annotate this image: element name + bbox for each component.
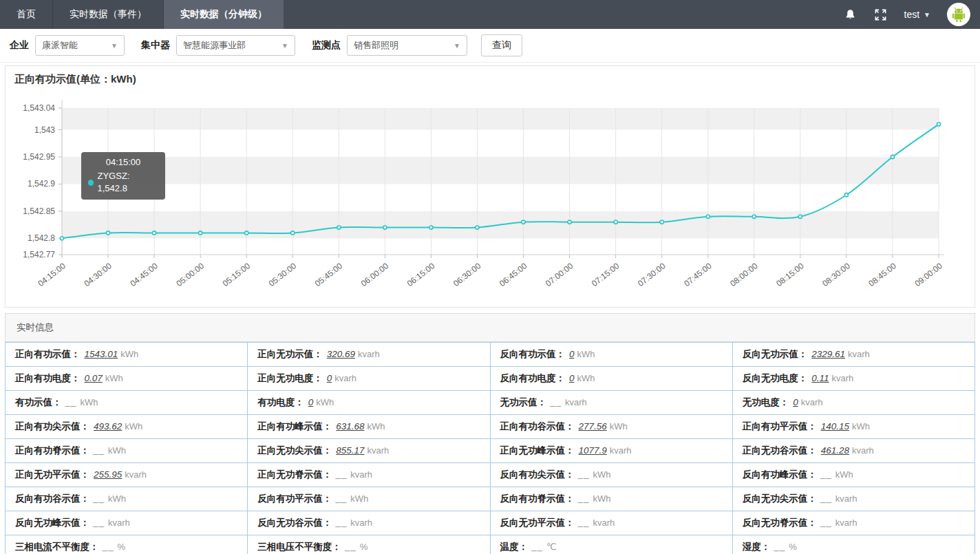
metric-label: 正向有功尖示值：: [15, 421, 89, 432]
metric-cell: 正向有功脊示值：__kWh: [6, 439, 248, 463]
data-point[interactable]: [614, 220, 617, 224]
metric-unit: kWh: [125, 421, 142, 432]
metric-value[interactable]: 0.11: [811, 373, 829, 383]
enterprise-select[interactable]: 康派智能 ▼: [35, 35, 125, 56]
y-tick-label: 1,542.95: [23, 152, 55, 162]
page: 首页 实时数据（事件） 实时数据（分钟级） test ▼: [0, 0, 980, 554]
table-row: 反向无功峰示值：__kvarh反向无功谷示值：__kvarh反向无功平示值：__…: [6, 511, 975, 535]
metric-cell: 反向有功谷示值：__kWh: [6, 487, 248, 511]
metric-value[interactable]: 0: [569, 373, 575, 383]
metric-value[interactable]: 0: [327, 373, 332, 383]
data-point[interactable]: [383, 226, 387, 229]
metric-cell: 反向无功示值：2329.61kvarh: [732, 343, 974, 367]
metric-unit: kWh: [835, 469, 853, 480]
monitor-point-selected-value: 销售部照明: [354, 39, 398, 52]
metric-value[interactable]: 0.07: [85, 373, 103, 383]
x-axis-labels: 04:15:0004:30:0004:45:0005:00:0005:15:00…: [36, 261, 944, 288]
metric-value: __: [103, 542, 115, 552]
metric-value[interactable]: 461.28: [821, 445, 849, 456]
x-tick-label: 05:30:00: [267, 261, 299, 288]
metric-unit: kWh: [108, 493, 126, 504]
metric-value: __: [94, 493, 105, 504]
data-point[interactable]: [798, 215, 802, 218]
tab-home[interactable]: 首页: [0, 0, 53, 29]
metric-value[interactable]: 0: [793, 397, 798, 407]
metric-unit: kvarh: [832, 373, 854, 383]
metric-value: __: [774, 542, 786, 552]
user-menu[interactable]: test ▼: [904, 9, 930, 20]
tab-realtime-event[interactable]: 实时数据（事件）: [53, 0, 164, 29]
metric-value[interactable]: 1543.01: [85, 349, 118, 359]
metric-cell: 正向有功电度：0.07kWh: [6, 367, 248, 391]
data-point[interactable]: [522, 220, 525, 224]
caret-down-icon: ▼: [924, 11, 930, 19]
data-point[interactable]: [106, 231, 109, 235]
metric-value: __: [94, 445, 105, 456]
data-point[interactable]: [291, 231, 295, 235]
metric-value[interactable]: 140.15: [821, 421, 849, 432]
data-point[interactable]: [937, 122, 940, 126]
x-tick-label: 07:00:00: [544, 261, 575, 288]
data-point[interactable]: [844, 193, 848, 197]
y-axis-labels: 1,542.771,542.81,542.851,542.91,542.951,…: [23, 103, 62, 259]
metric-value[interactable]: 277.56: [579, 421, 607, 432]
x-tick-label: 09:00:00: [913, 261, 944, 288]
metric-value[interactable]: 2329.61: [811, 349, 845, 359]
data-point[interactable]: [706, 215, 710, 218]
metric-unit: kvarh: [358, 349, 380, 359]
avatar[interactable]: [947, 3, 970, 26]
metric-value[interactable]: 493.62: [94, 421, 122, 432]
metric-value[interactable]: 0: [308, 397, 314, 407]
metric-value[interactable]: 855.17: [336, 445, 364, 456]
metric-label: 正向无功平示值：: [15, 469, 89, 480]
bell-icon[interactable]: [844, 8, 858, 21]
metric-value[interactable]: 631.68: [336, 421, 364, 432]
data-point[interactable]: [752, 215, 756, 218]
metric-label: 有功示值：: [15, 397, 62, 407]
metric-label: 反向无功尖示值：: [743, 493, 817, 504]
metric-unit: kvarh: [801, 397, 823, 407]
metric-label: 反向无功谷示值：: [257, 518, 332, 528]
metric-label: 正向无功电度：: [257, 373, 323, 383]
metric-cell: 反向无功脊示值：__kvarh: [732, 511, 974, 535]
y-tick-label: 1,542.8: [28, 233, 55, 243]
data-point[interactable]: [199, 231, 202, 235]
metric-unit: kvarh: [108, 518, 130, 528]
data-point[interactable]: [153, 231, 156, 235]
metric-value[interactable]: 255.95: [94, 469, 122, 480]
data-point[interactable]: [245, 231, 248, 235]
metric-label: 反向无功脊示值：: [743, 518, 817, 528]
data-point[interactable]: [476, 226, 479, 229]
data-point[interactable]: [429, 226, 433, 229]
x-tick-label: 08:45:00: [866, 261, 898, 288]
monitor-point-label: 监测点: [312, 39, 341, 52]
data-point[interactable]: [660, 220, 663, 224]
data-point[interactable]: [337, 226, 341, 229]
data-point[interactable]: [891, 155, 894, 158]
metric-cell: 反向有功峰示值：__kWh: [732, 463, 974, 487]
metric-value: __: [345, 542, 357, 552]
fullscreen-icon[interactable]: [874, 8, 888, 21]
metric-label: 正向有功谷示值：: [500, 421, 575, 432]
line-chart[interactable]: 1,542.771,542.81,542.851,542.91,542.951,…: [6, 87, 973, 298]
metric-unit: kWh: [577, 349, 595, 359]
metric-label: 三相电压不平衡度：: [257, 542, 341, 552]
metric-value[interactable]: 1077.9: [579, 445, 607, 456]
y-tick-label: 1,542.77: [23, 250, 55, 259]
metric-value[interactable]: 320.69: [327, 349, 355, 359]
x-tick-label: 07:30:00: [636, 261, 668, 288]
split-area: [62, 108, 939, 238]
y-tick-label: 1,542.85: [23, 206, 55, 216]
monitor-point-select[interactable]: 销售部照明 ▼: [347, 35, 467, 56]
query-button[interactable]: 查询: [481, 34, 522, 56]
metric-cell: 正向无功脊示值：__kvarh: [248, 463, 490, 487]
data-point[interactable]: [568, 220, 571, 224]
data-point[interactable]: [60, 237, 63, 240]
metric-label: 反向有功谷示值：: [15, 493, 89, 504]
band: [62, 157, 939, 184]
metric-value[interactable]: 0: [569, 349, 575, 359]
android-icon: [948, 4, 969, 25]
concentrator-select[interactable]: 智慧能源事业部 ▼: [176, 35, 295, 56]
metric-label: 反向无功电度：: [743, 373, 808, 383]
tab-realtime-minute[interactable]: 实时数据（分钟级）: [164, 0, 284, 29]
